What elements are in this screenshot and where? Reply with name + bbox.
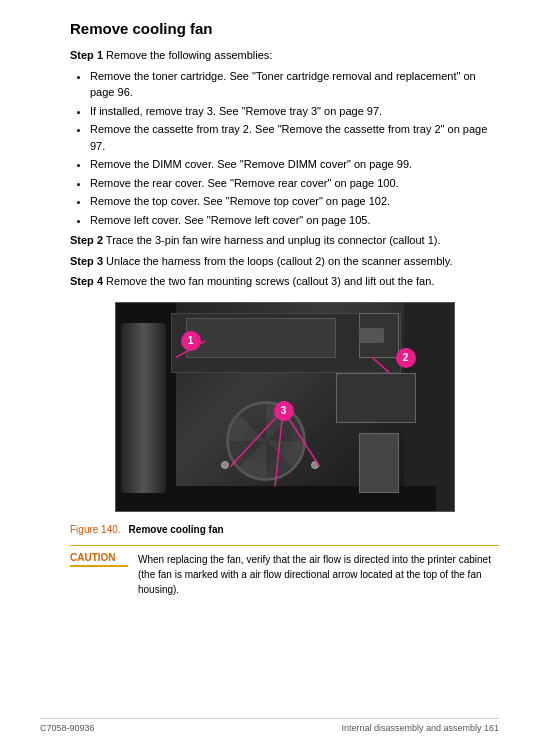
step-2-label: Step 2 [70, 234, 103, 246]
step-1-label: Step 1 [70, 49, 103, 61]
step-2: Step 2 Trace the 3-pin fan wire harness … [70, 232, 499, 249]
step-4-text: Remove the two fan mounting screws (call… [103, 275, 434, 287]
step-2-text: Trace the 3-pin fan wire harness and unp… [103, 234, 441, 246]
caution-text: When replacing the fan, verify that the … [138, 552, 499, 597]
step-3-label: Step 3 [70, 255, 103, 267]
bullet-6: Remove the top cover. See "Remove top co… [90, 193, 499, 210]
svg-line-4 [275, 409, 283, 485]
bullet-7: Remove left cover. See "Remove left cove… [90, 212, 499, 229]
bullet-1: Remove the toner cartridge. See "Toner c… [90, 68, 499, 101]
step-3: Step 3 Unlace the harness from the loops… [70, 253, 499, 270]
figure-label: Remove cooling fan [129, 524, 224, 535]
figure-image: 1 2 3 [115, 302, 455, 512]
callout-2: 2 [396, 348, 416, 368]
bullet-5: Remove the rear cover. See "Remove rear … [90, 175, 499, 192]
step-3-text: Unlace the harness from the loops (callo… [103, 255, 453, 267]
footer-left: C7058-90936 [40, 723, 95, 733]
page-title: Remove cooling fan [70, 20, 499, 37]
image-bg: 1 2 3 [116, 303, 454, 511]
caution-label: CAUTION [70, 552, 128, 567]
step-1-text: Remove the following assemblies: [103, 49, 272, 61]
page-footer: C7058-90936 Internal disassembly and ass… [40, 718, 499, 733]
bullet-4: Remove the DIMM cover. See "Remove DIMM … [90, 156, 499, 173]
step-4-label: Step 4 [70, 275, 103, 287]
figure-number: Figure 140. [70, 524, 121, 535]
figure-caption: Figure 140.Remove cooling fan [70, 524, 499, 535]
svg-line-1 [372, 357, 389, 372]
step-1: Step 1 Remove the following assemblies: [70, 47, 499, 64]
caution-box: CAUTION When replacing the fan, verify t… [70, 545, 499, 597]
step-4: Step 4 Remove the two fan mounting screw… [70, 273, 499, 290]
svg-line-2 [230, 409, 282, 465]
bullet-2: If installed, remove tray 3. See "Remove… [90, 103, 499, 120]
callout-3: 3 [274, 401, 294, 421]
page-container: Remove cooling fan Step 1 Remove the fol… [0, 0, 539, 745]
callout-1: 1 [181, 331, 201, 351]
bullet-list: Remove the toner cartridge. See "Toner c… [90, 68, 499, 229]
bullet-3: Remove the cassette from tray 2. See "Re… [90, 121, 499, 154]
footer-right: Internal disassembly and assembly 161 [341, 723, 499, 733]
